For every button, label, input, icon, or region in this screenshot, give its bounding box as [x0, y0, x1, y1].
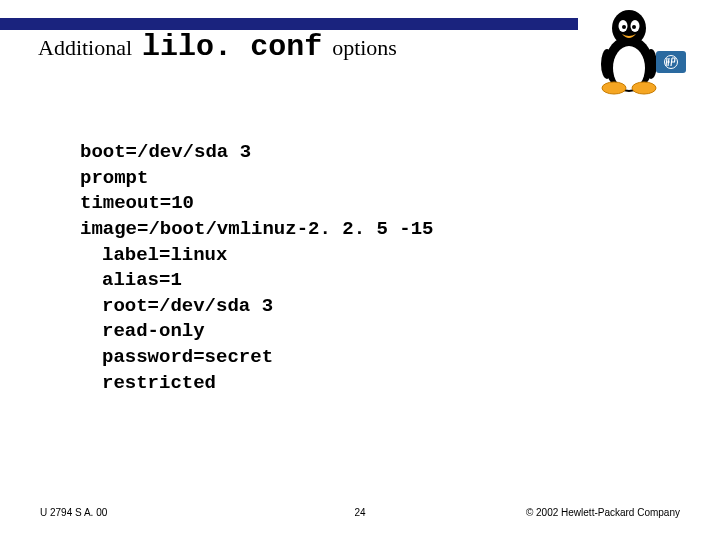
svg-point-7 — [602, 82, 626, 94]
config-line: label=linux — [80, 243, 433, 269]
title-code-text: lilo. conf — [142, 30, 322, 64]
hp-logo-icon — [656, 51, 686, 73]
header-bar — [0, 18, 578, 30]
config-line: timeout=10 — [80, 191, 433, 217]
config-line: prompt — [80, 166, 433, 192]
config-line: root=/dev/sda 3 — [80, 294, 433, 320]
svg-point-5 — [622, 25, 626, 29]
config-line: restricted — [80, 371, 433, 397]
config-line: boot=/dev/sda 3 — [80, 140, 433, 166]
config-line: image=/boot/vmlinuz-2. 2. 5 -15 — [80, 217, 433, 243]
svg-point-8 — [632, 82, 656, 94]
logo-area — [580, 6, 690, 101]
slide-title: Additional lilo. conf options — [38, 30, 405, 64]
config-line: alias=1 — [80, 268, 433, 294]
config-line: read-only — [80, 319, 433, 345]
svg-point-9 — [601, 49, 613, 79]
slide-footer: U 2794 S A. 00 24 © 2002 Hewlett-Packard… — [40, 507, 680, 518]
footer-copyright: © 2002 Hewlett-Packard Company — [526, 507, 680, 518]
footer-left: U 2794 S A. 00 — [40, 507, 107, 518]
title-pre-text: Additional — [38, 35, 132, 61]
title-post-text: options — [332, 35, 397, 61]
svg-point-2 — [612, 10, 646, 46]
svg-point-6 — [632, 25, 636, 29]
config-line: password=secret — [80, 345, 433, 371]
tux-penguin-icon — [594, 6, 664, 96]
slide-number: 24 — [354, 507, 365, 518]
config-block: boot=/dev/sda 3 prompt timeout=10 image=… — [80, 140, 433, 396]
